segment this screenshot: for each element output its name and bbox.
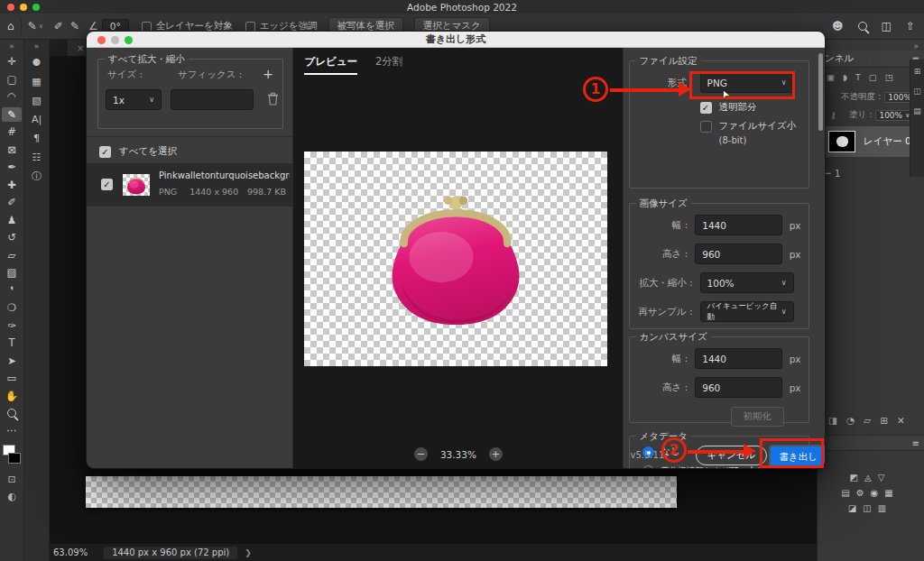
adj-channelmixer-icon[interactable]: ▥ [878, 503, 886, 513]
info-panel-icon[interactable]: ⓘ [26, 170, 48, 183]
suffix-input[interactable] [171, 89, 254, 110]
adj-curves-icon[interactable]: ▽ [878, 473, 885, 483]
eraser-tool-icon[interactable]: ▱ [2, 248, 22, 262]
pen-tool-icon[interactable]: ✑ [2, 318, 22, 333]
scale-dropdown[interactable]: 100% ∨ [700, 272, 794, 293]
checkbox-icon[interactable] [142, 22, 152, 32]
fill-value[interactable]: 100% ∨ [875, 110, 913, 121]
workspace-icon[interactable]: ◫ [882, 20, 892, 32]
tab-two-up[interactable]: 2分割 [375, 55, 402, 75]
swatches-panel-icon[interactable]: ▦ [26, 75, 48, 88]
brush-options-icon-2[interactable]: ✎ [70, 20, 79, 32]
minimize-window-icon[interactable] [20, 4, 27, 11]
quick-mask-icon[interactable]: ⊡ [7, 474, 15, 485]
tool-preset-icon[interactable]: ✎ [28, 20, 37, 32]
move-tool-icon[interactable]: ✛ [2, 54, 22, 69]
adj-hue-icon[interactable]: ◉ [871, 488, 879, 498]
checkbox-icon[interactable] [245, 22, 255, 32]
adj-exposure-icon[interactable]: ▤ [841, 488, 849, 498]
shape-tool-icon[interactable]: ▭ [2, 371, 22, 385]
image-height-input[interactable]: 960 [695, 244, 781, 264]
adjustments-panel-icon[interactable]: ☷ [26, 151, 48, 164]
screen-mode-icon[interactable]: ◐ [7, 491, 16, 502]
adjustment-layer-icon[interactable]: ◔ [846, 415, 855, 426]
channels-tab[interactable]: ンネル [825, 52, 854, 65]
path-selection-tool-icon[interactable]: ➤ [2, 354, 22, 368]
collapse-dock-icon[interactable]: » [34, 41, 40, 51]
brush-tool-icon[interactable]: ✐ [2, 195, 22, 209]
collapse-dock-icon[interactable]: » [913, 41, 919, 51]
healing-brush-tool-icon[interactable]: ✚ [2, 178, 22, 192]
delete-layer-icon[interactable]: ✕ [897, 415, 905, 426]
zoom-in-icon[interactable]: + [489, 447, 503, 461]
history-brush-tool-icon[interactable]: ↺ [2, 230, 22, 244]
filter-shape-icon[interactable]: ▢ [869, 72, 877, 82]
clone-stamp-tool-icon[interactable]: ♟ [2, 213, 22, 227]
select-all-checkbox[interactable]: ✓ [99, 146, 111, 158]
adj-photofilter-icon[interactable]: ◫ [863, 503, 871, 513]
share-icon[interactable]: ⇧ [906, 20, 915, 32]
adj-brightness-icon[interactable]: ◩ [850, 473, 858, 483]
crop-tool-icon[interactable]: # [2, 124, 22, 139]
blur-tool-icon[interactable]: ❜ [2, 283, 22, 298]
smaller-file-checkbox-row[interactable]: ファイルサイズ小 [700, 120, 801, 133]
search-icon[interactable] [858, 22, 867, 31]
gradients-panel-icon[interactable]: ▧ [26, 94, 48, 107]
color-swatches[interactable] [1, 445, 23, 468]
layer-mask-icon[interactable]: ◨ [828, 415, 837, 426]
collapsed-panel-icon-3[interactable]: ▤ [913, 106, 921, 115]
export-file-item[interactable]: ✓ Pinkwalletonturquoisebackgroun... PNG … [87, 163, 294, 207]
zoom-dialog-icon[interactable] [125, 36, 133, 44]
chevron-down-icon[interactable]: ∨ [39, 23, 43, 30]
layer-group-icon[interactable]: ▱ [864, 415, 871, 426]
brush-options-icon[interactable]: ✐ [54, 20, 63, 32]
minimize-dialog-icon[interactable] [111, 36, 119, 44]
delete-size-icon[interactable] [267, 92, 279, 109]
dodge-tool-icon[interactable]: ❍ [2, 300, 22, 315]
tab-preview[interactable]: プレビュー [304, 55, 357, 75]
transparency-checkbox[interactable]: ✓ [700, 102, 712, 114]
filter-smartobject-icon[interactable]: ◳ [885, 72, 893, 82]
zoom-window-icon[interactable] [32, 4, 40, 11]
add-size-icon[interactable]: + [263, 67, 273, 81]
filter-pixel-icon[interactable]: ▣ [827, 72, 835, 82]
account-icon[interactable]: ☻ [832, 20, 844, 32]
home-icon[interactable]: ⌂ [7, 20, 14, 32]
adj-colorbalance-icon[interactable]: ▦ [884, 488, 892, 498]
window-traffic-lights[interactable] [7, 4, 40, 11]
filter-type-icon[interactable]: T [855, 72, 861, 82]
eyedropper-tool-icon[interactable]: ✒ [2, 160, 22, 174]
filter-adjustment-icon[interactable]: ◗ [843, 72, 847, 82]
dialog-scrollbar-thumb[interactable] [818, 53, 823, 131]
zoom-tool-icon[interactable] [7, 409, 16, 418]
collapsed-panel-icon-2[interactable]: ◫ [913, 87, 921, 96]
adj-levels-icon[interactable]: ◬ [864, 473, 872, 483]
collapsed-panel-icon-1[interactable]: ⊞ [914, 67, 921, 76]
edit-toolbar-icon[interactable]: ⋯ [2, 423, 22, 437]
status-chevron-icon[interactable]: ❯ [245, 548, 252, 557]
layer-row-selected[interactable]: レイヤー 0 [818, 126, 924, 157]
new-layer-icon[interactable]: ⊞ [880, 415, 888, 426]
layer-mask-thumbnail[interactable] [828, 131, 855, 152]
lock-icon[interactable]: ⚷ [830, 110, 836, 120]
zoom-out-icon[interactable]: − [414, 447, 428, 461]
paragraph-panel-icon[interactable]: ¶ [26, 132, 48, 145]
preview-image[interactable] [304, 152, 607, 366]
size-dropdown[interactable]: 1x ∨ [106, 89, 162, 110]
marquee-tool-icon[interactable]: ▢ [2, 72, 22, 87]
image-width-input[interactable]: 1440 [695, 215, 781, 235]
frame-tool-icon[interactable]: ⊠ [2, 143, 22, 157]
panel-menu-icon[interactable]: ≡ [912, 438, 919, 448]
file-checkbox[interactable]: ✓ [101, 179, 113, 190]
hand-tool-icon[interactable]: ✋ [2, 389, 22, 403]
adj-bw-icon[interactable]: ◪ [848, 503, 856, 513]
character-panel-icon[interactable]: A| [26, 113, 48, 126]
quick-selection-tool-icon[interactable]: ✎ [2, 107, 22, 122]
cancel-button[interactable]: キャンセル [696, 446, 768, 465]
zoom-level-value[interactable]: 63.09% [53, 547, 88, 557]
adj-vibrance-icon[interactable]: ⚙ [856, 488, 864, 498]
close-window-icon[interactable] [7, 4, 14, 11]
background-color-swatch[interactable] [8, 453, 21, 464]
resample-dropdown[interactable]: バイキュービック自動 ∨ [700, 301, 794, 322]
lasso-tool-icon[interactable]: ◠ [2, 89, 22, 104]
